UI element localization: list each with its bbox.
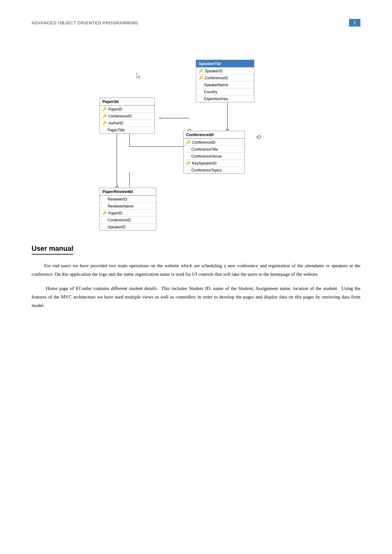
speakertbl-header: SpeakerTbl xyxy=(196,60,254,67)
fk-icon5: 🔑 xyxy=(102,211,107,215)
diagram-container: ∞ ∞ ∞ SpeakerTbl 🔑SpeakerID xyxy=(32,42,360,226)
paperreviewtbl-row-reviewername: ReviewerName xyxy=(100,202,156,209)
paperreviewtbl-row-paperid: 🔑PaperID xyxy=(100,209,156,216)
section-title: User manual xyxy=(32,244,73,255)
page: ADVANCED OBJECT ORIENTED PROGRAMMING 2 xyxy=(0,0,392,554)
conferencedtl-header: ConferencedtI xyxy=(184,131,244,139)
paperreviewtbl-table: PaperReviewtbI ReviewerID ReviewerName 🔑… xyxy=(100,188,156,231)
paperreviewtbl-row-speakerid: SpeakerID xyxy=(100,223,156,230)
pk-icon: 🔑 xyxy=(199,69,203,73)
papertbl-row-papertitle: PaperTitle xyxy=(100,126,154,133)
speakertbl-row-speakername: SpeakerName xyxy=(196,81,254,88)
papertbl-row-authorid: 🔑AuthorID xyxy=(100,119,154,126)
speakertbl-row-expertisearea: ExpertiseArea xyxy=(196,95,254,102)
paperreviewtbl-row-reviewerid: ReviewerID xyxy=(100,196,156,202)
svg-text:∞: ∞ xyxy=(256,135,259,139)
papertbl-table: Papertbl 🔑PaperID 🔑ConferenceID 🔑AuthorI… xyxy=(100,98,155,134)
page-number: 2 xyxy=(349,19,360,27)
conferencedtl-table: ConferencedtI 🔑ConferenceID ConferenceTi… xyxy=(183,131,245,174)
user-manual-section: User manual For end users we have provid… xyxy=(32,244,360,310)
pk-icon3: 🔑 xyxy=(186,140,190,144)
paperreviewtbl-header: PaperReviewtbI xyxy=(100,188,156,196)
paperreviewtbl-row-conferenceid: ConferenceID xyxy=(100,216,156,223)
paragraph-2: Home page of EConfer contains different … xyxy=(32,284,360,310)
fk-icon3: 🔑 xyxy=(102,121,107,125)
papertbl-row-paperid: 🔑PaperID xyxy=(100,105,154,112)
section-body: For end users we have provided two main … xyxy=(32,262,360,310)
speakertbl-row-conferenceid: 🔑ConferenceID xyxy=(196,74,254,81)
speakertbl-table: SpeakerTbl 🔑SpeakerID 🔑ConferenceID Spea… xyxy=(196,60,254,102)
svg-point-10 xyxy=(257,135,261,139)
speakertbl-row-speakerid: 🔑SpeakerID xyxy=(196,67,254,74)
conferencedtl-row-conferenceid: 🔑ConferenceID xyxy=(184,139,244,146)
conferencedtl-row-conferencetitle: ConferenceTitle xyxy=(184,146,244,153)
conferencedtl-row-conferencetopics: ConferenceTopics xyxy=(184,166,244,173)
fk-icon: 🔑 xyxy=(199,76,203,80)
papertbl-row-conferenceid: 🔑ConferenceID xyxy=(100,112,154,119)
cursor-symbol xyxy=(136,72,142,81)
conferencedtl-row-conferencevenue: ConferenceVenue xyxy=(184,153,244,160)
conferencedtl-row-keyspeakerid: 🔑KeySpeakerID xyxy=(184,160,244,166)
page-header: ADVANCED OBJECT ORIENTED PROGRAMMING 2 xyxy=(32,19,360,27)
fk-icon2: 🔑 xyxy=(102,114,107,118)
speakertbl-row-country: Country xyxy=(196,88,254,95)
svg-text:∞: ∞ xyxy=(159,116,162,120)
fk-icon4: 🔑 xyxy=(186,161,190,165)
papertbl-header: Papertbl xyxy=(100,98,154,105)
paragraph-1: For end users we have provided two main … xyxy=(32,262,360,279)
header-title: ADVANCED OBJECT ORIENTED PROGRAMMING xyxy=(32,21,138,25)
pk-icon2: 🔑 xyxy=(102,107,107,111)
